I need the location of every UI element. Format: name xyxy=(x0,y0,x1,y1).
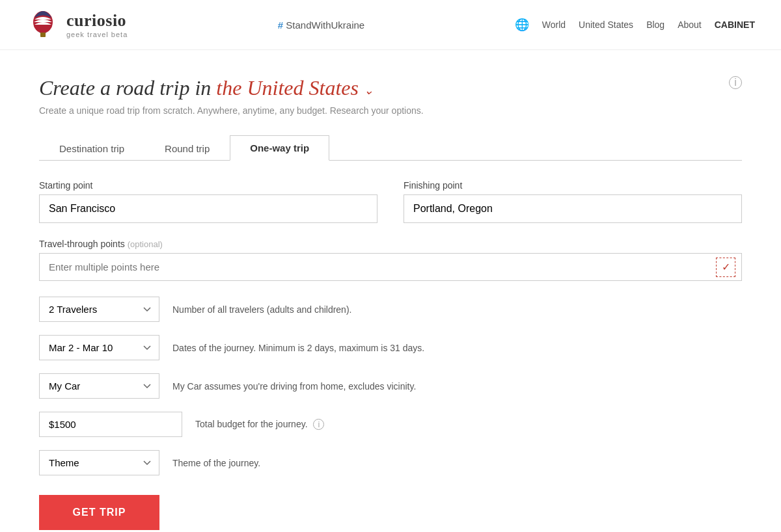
logo-icon xyxy=(26,8,60,42)
car-select[interactable]: My Car Rental Car Public Transport xyxy=(39,373,159,399)
dates-row: Mar 2 - Mar 10 Mar 11 - Mar 19 Dates of … xyxy=(39,335,742,360)
tab-round-trip[interactable]: Round trip xyxy=(144,135,230,161)
starting-point-group: Starting point xyxy=(39,180,377,223)
nav-united-states[interactable]: United States xyxy=(579,20,633,30)
start-finish-row: Starting point Finishing point xyxy=(39,180,742,223)
main-content: i Create a road trip in the United State… xyxy=(13,50,768,532)
country-dropdown-arrow[interactable]: ⌄ xyxy=(364,84,374,97)
ukraine-text: StandWithUkraine xyxy=(286,20,364,31)
finishing-point-group: Finishing point xyxy=(404,180,742,223)
travel-through-optional: (optional) xyxy=(128,239,163,249)
travelers-row: 1 Traveler 2 Travelers 3 Travelers 4 Tra… xyxy=(39,297,742,322)
theme-select[interactable]: Theme Adventure Relaxation Culture Natur… xyxy=(39,450,159,475)
travel-through-add-icon[interactable]: ✓ xyxy=(716,258,735,277)
tab-destination-trip[interactable]: Destination trip xyxy=(39,135,144,161)
nav-blog[interactable]: Blog xyxy=(646,20,665,30)
starting-point-label: Starting point xyxy=(39,180,377,191)
dates-select[interactable]: Mar 2 - Mar 10 Mar 11 - Mar 19 xyxy=(39,335,159,360)
globe-icon: 🌐 xyxy=(515,18,529,32)
travel-through-input[interactable] xyxy=(39,253,742,281)
budget-info-icon[interactable]: i xyxy=(313,419,324,430)
starting-point-input[interactable] xyxy=(39,194,377,223)
nav-about[interactable]: About xyxy=(678,20,702,30)
main-nav: 🌐 World United States Blog About CABINET xyxy=(515,18,755,32)
page-subtitle: Create a unique road trip from scratch. … xyxy=(39,105,742,116)
heading-static: Create a road trip in xyxy=(39,76,211,100)
theme-row: Theme Adventure Relaxation Culture Natur… xyxy=(39,450,742,475)
travel-through-group: Travel-through points (optional) ✓ xyxy=(39,239,742,281)
tab-oneway-trip[interactable]: One-way trip xyxy=(230,135,329,161)
finishing-point-label: Finishing point xyxy=(404,180,742,191)
car-description: My Car assumes you're driving from home,… xyxy=(172,381,416,392)
logo-brand-name: curiosio xyxy=(66,11,128,31)
car-row: My Car Rental Car Public Transport My Ca… xyxy=(39,373,742,399)
budget-description: Total budget for the journey. i xyxy=(195,419,324,431)
page-info-icon[interactable]: i xyxy=(729,76,742,89)
logo-area: curiosio geek travel beta xyxy=(26,8,128,42)
logo-tagline: geek travel beta xyxy=(66,31,128,38)
ukraine-banner: # StandWithUkraine xyxy=(278,20,364,31)
budget-input[interactable] xyxy=(39,412,182,437)
travel-through-label: Travel-through points (optional) xyxy=(39,239,742,249)
ukraine-hash: # xyxy=(278,20,283,31)
dates-description: Dates of the journey. Minimum is 2 days,… xyxy=(172,343,424,353)
nav-world[interactable]: World xyxy=(542,20,566,30)
svg-rect-1 xyxy=(40,33,46,37)
page-heading: Create a road trip in the United States … xyxy=(39,76,742,100)
travel-through-input-wrap: ✓ xyxy=(39,253,742,281)
logo-text-block: curiosio geek travel beta xyxy=(66,11,128,38)
theme-description: Theme of the journey. xyxy=(172,458,260,468)
travelers-description: Number of all travelers (adults and chil… xyxy=(172,304,351,315)
page-header-area: i Create a road trip in the United State… xyxy=(39,76,742,116)
nav-cabinet[interactable]: CABINET xyxy=(715,20,755,30)
finishing-point-input[interactable] xyxy=(404,194,742,223)
budget-row: Total budget for the journey. i xyxy=(39,412,742,437)
header: curiosio geek travel beta # StandWithUkr… xyxy=(0,0,781,50)
heading-country: the United States xyxy=(216,76,359,100)
travelers-select[interactable]: 1 Traveler 2 Travelers 3 Travelers 4 Tra… xyxy=(39,297,159,322)
get-trip-button[interactable]: GET TRIP xyxy=(39,495,159,530)
trip-type-tabs: Destination trip Round trip One-way trip xyxy=(39,135,742,161)
